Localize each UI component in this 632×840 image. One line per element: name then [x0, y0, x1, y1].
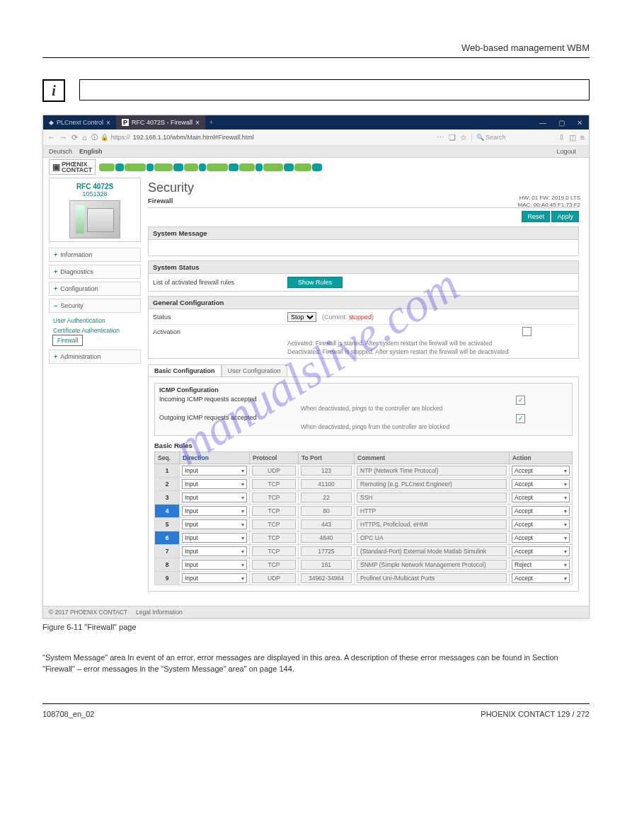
- search-input[interactable]: 🔍 Search: [471, 134, 554, 141]
- col-comment[interactable]: Comment: [355, 452, 510, 464]
- reset-button[interactable]: Reset: [522, 211, 550, 222]
- port-cell: 34962-34964: [301, 573, 352, 583]
- language-bar: Deutsch English Logout: [43, 146, 589, 158]
- tab-user-config[interactable]: User Configuration: [222, 364, 287, 376]
- info-badge-icon: ⓘ: [91, 133, 98, 142]
- direction-select[interactable]: Input▾: [182, 519, 247, 529]
- action-select[interactable]: Accept▾: [512, 479, 570, 489]
- table-row[interactable]: 9Input▾UDP34962-34964Profinet Uni-/Multi…: [155, 572, 573, 585]
- config-tabs: Basic Configuration User Configuration: [148, 364, 579, 377]
- action-select[interactable]: Accept▾: [512, 506, 570, 516]
- close-window-icon[interactable]: ✕: [570, 115, 589, 130]
- sidebar-item-security[interactable]: −Security: [49, 299, 141, 313]
- address-bar[interactable]: ⓘ 🔒 https://192.168.1.10/wbm/Main.html#F…: [91, 133, 432, 142]
- sublink-cert-auth[interactable]: Certificate Authentication: [49, 326, 141, 335]
- browser-screenshot: manualslive.com ◆ PLCnext Control × P RF…: [42, 115, 590, 619]
- sidebar-icon[interactable]: ◫: [569, 133, 576, 142]
- home-icon[interactable]: ⌂: [82, 133, 87, 142]
- browser-tab-2[interactable]: P RFC 4072S - Firewall ×: [116, 115, 205, 130]
- sidebar-item-information[interactable]: +Information: [49, 248, 141, 262]
- direction-select[interactable]: Input▾: [182, 560, 247, 570]
- reload-icon[interactable]: ⟳: [71, 133, 78, 142]
- icmp-out-checkbox[interactable]: ✓: [516, 414, 525, 423]
- show-rules-button[interactable]: Show Rules: [287, 277, 343, 288]
- status-select[interactable]: Stop: [287, 312, 316, 322]
- new-tab-button[interactable]: +: [205, 115, 217, 130]
- tab-basic-config[interactable]: Basic Configuration: [148, 364, 222, 376]
- header-rule: [42, 57, 590, 58]
- maximize-icon[interactable]: ▢: [552, 115, 570, 130]
- apply-button[interactable]: Apply: [551, 211, 579, 222]
- sublink-user-auth[interactable]: User Authentication: [49, 316, 141, 326]
- direction-select[interactable]: Input▾: [182, 506, 247, 516]
- table-row[interactable]: 1Input▾UDP123NTP (Network Time Protocol)…: [155, 464, 573, 478]
- table-row[interactable]: 3Input▾TCP22SSHAccept▾: [155, 491, 573, 505]
- table-row[interactable]: 8Input▾TCP161SNMP (Simple Network Manage…: [155, 558, 573, 572]
- direction-select[interactable]: Input▾: [182, 533, 247, 543]
- close-icon[interactable]: ×: [195, 119, 200, 127]
- action-select[interactable]: Accept▾: [512, 493, 570, 502]
- device-card: RFC 4072S 1051328: [49, 178, 141, 242]
- col-action[interactable]: Action: [510, 452, 573, 464]
- port-cell: 80: [301, 506, 352, 516]
- protocol-cell: TCP: [252, 506, 296, 516]
- sidebar-item-configuration[interactable]: +Configuration: [49, 282, 141, 296]
- action-select[interactable]: Reject▾: [512, 560, 570, 570]
- logout-link[interactable]: Logout: [556, 148, 576, 155]
- col-protocol[interactable]: Protocol: [250, 452, 299, 464]
- browser-tab-1[interactable]: ◆ PLCnext Control ×: [43, 115, 116, 130]
- col-port[interactable]: To Port: [299, 452, 355, 464]
- info-note-box: [79, 79, 590, 100]
- port-cell: 17725: [301, 546, 352, 556]
- sublink-firewall[interactable]: Firewall: [53, 335, 82, 345]
- system-status-panel: System Status List of activated firewall…: [148, 260, 579, 292]
- menu-icon[interactable]: ≡: [580, 133, 585, 142]
- table-row[interactable]: 6Input▾TCP4840OPC UAAccept▾: [155, 531, 573, 545]
- forward-icon[interactable]: →: [59, 133, 67, 142]
- minimize-icon[interactable]: —: [534, 115, 552, 130]
- page-title: Security: [148, 180, 579, 195]
- col-direction[interactable]: Direction: [180, 452, 250, 464]
- protocol-cell: TCP: [252, 533, 296, 543]
- sidebar-item-diagnostics[interactable]: +Diagnostics: [49, 265, 141, 279]
- action-select[interactable]: Accept▾: [512, 573, 570, 583]
- direction-select[interactable]: Input▾: [182, 546, 247, 556]
- lang-en[interactable]: English: [79, 148, 103, 155]
- direction-select[interactable]: Input▾: [182, 573, 247, 583]
- action-select[interactable]: Accept▾: [512, 533, 570, 543]
- action-select[interactable]: Accept▾: [512, 546, 570, 556]
- port-cell: 41100: [301, 479, 352, 489]
- port-cell: 123: [301, 466, 352, 476]
- comment-cell: Profinet Uni-/Multicast Ports: [357, 573, 507, 583]
- icmp-in-checkbox[interactable]: ✓: [516, 396, 525, 405]
- star-icon[interactable]: ☆: [460, 133, 467, 142]
- direction-select[interactable]: Input▾: [182, 493, 247, 502]
- lang-de[interactable]: Deutsch: [49, 148, 72, 155]
- protocol-cell: TCP: [252, 560, 296, 570]
- port-cell: 22: [301, 493, 352, 502]
- comment-cell: SSH: [357, 493, 507, 502]
- table-row[interactable]: 7Input▾TCP17725(Standard-Port) External …: [155, 545, 573, 558]
- direction-select[interactable]: Input▾: [182, 466, 247, 476]
- sidebar-item-administration[interactable]: +Administration: [49, 350, 141, 364]
- activation-checkbox[interactable]: [522, 327, 532, 336]
- table-row[interactable]: 2Input▾TCP41100Remoting (e.g. PLCnext En…: [155, 478, 573, 491]
- direction-select[interactable]: Input▾: [182, 479, 247, 489]
- table-row[interactable]: 5Input▾TCP443HTTPS, Proficloud, eHMIAcce…: [155, 518, 573, 531]
- action-select[interactable]: Accept▾: [512, 519, 570, 529]
- page-footer: 108708_en_02 PHOENIX CONTACT 129 / 272: [42, 710, 590, 718]
- close-icon[interactable]: ×: [106, 119, 110, 127]
- protocol-cell: TCP: [252, 493, 296, 502]
- back-icon[interactable]: ←: [47, 133, 55, 142]
- protocol-cell: TCP: [252, 519, 296, 529]
- lock-icon: 🔒: [100, 134, 108, 141]
- footer-rule: [42, 703, 590, 704]
- protocol-cell: UDP: [252, 573, 296, 583]
- library-icon[interactable]: ⇩: [558, 133, 565, 142]
- reader-icon[interactable]: ❏: [449, 133, 456, 142]
- table-row[interactable]: 4Input▾TCP80HTTPAccept▾: [155, 505, 573, 518]
- col-seq[interactable]: Seq.: [155, 452, 180, 464]
- action-select[interactable]: Accept▾: [512, 466, 570, 476]
- legal-link[interactable]: Legal Information: [136, 609, 183, 616]
- more-icon[interactable]: ⋯: [437, 133, 444, 142]
